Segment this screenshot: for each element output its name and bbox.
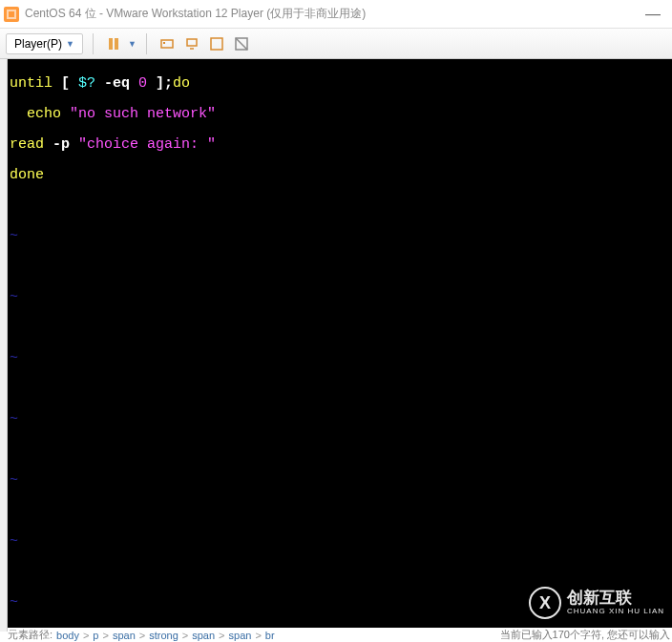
pause-icon[interactable] [103,33,124,54]
empty-line [10,259,672,275]
chevron-down-icon[interactable]: ▼ [128,39,136,49]
empty-line [10,504,672,519]
svg-rect-5 [163,42,165,44]
send-ctrl-alt-del-icon[interactable] [157,33,178,54]
svg-rect-7 [211,38,222,50]
breadcrumb-item[interactable]: p [93,630,98,641]
breadcrumb-item[interactable]: strong [149,630,178,641]
vim-tilde: ~ [10,351,672,366]
breadcrumb: 元素路径: body > p > span > strong > span > … [8,628,275,642]
terminal-view[interactable]: until [ $? -eq 0 ];do echo "no such netw… [8,59,672,628]
svg-rect-1 [9,11,14,17]
chevron-down-icon: ▼ [66,39,74,49]
code-line: done [10,168,672,183]
svg-line-9 [236,38,247,50]
minimize-button[interactable]: — [634,6,672,23]
breadcrumb-prefix: 元素路径: [8,628,52,642]
breadcrumb-item[interactable]: span [229,630,252,641]
window-title: CentOS 64 位 - VMware Workstation 12 Play… [25,6,366,22]
empty-line [10,443,672,458]
code-line: echo "no such network" [10,107,672,122]
empty-line [10,321,672,336]
unity-mode-icon[interactable] [231,33,252,54]
watermark-logo-icon: X [529,587,561,619]
code-line: read -p "choice again: " [10,137,672,153]
svg-rect-4 [161,40,173,48]
toolbar-separator [146,33,147,54]
empty-line [10,382,672,397]
toolbar: Player(P) ▼ ▼ [0,29,672,59]
svg-rect-6 [187,39,197,46]
vim-tilde: ~ [10,473,672,488]
left-panel-edge [0,59,8,632]
fullscreen-icon[interactable] [206,33,227,54]
empty-line [10,565,672,580]
window-titlebar: CentOS 64 位 - VMware Workstation 12 Play… [0,0,672,29]
svg-rect-2 [109,38,113,50]
toolbar-separator [93,33,94,54]
status-text: 当前已输入170个字符, 您还可以输入 [500,628,670,642]
vim-tilde: ~ [10,229,672,244]
watermark-subtitle: CHUANG XIN HU LIAN [567,608,664,616]
code-line: until [ $? -eq 0 ];do [10,76,672,92]
svg-rect-3 [115,38,118,50]
breadcrumb-item[interactable]: span [192,630,215,641]
breadcrumb-item[interactable]: span [113,630,136,641]
player-menu-button[interactable]: Player(P) ▼ [6,33,83,54]
vim-tilde: ~ [10,290,672,305]
breadcrumb-item[interactable]: br [265,630,275,641]
vim-tilde: ~ [10,412,672,427]
vmware-player-icon [4,7,19,22]
empty-line [10,198,672,214]
player-menu-label: Player(P) [14,37,62,51]
watermark-title: 创新互联 [567,590,664,608]
watermark: X 创新互联 CHUANG XIN HU LIAN [529,587,664,619]
breadcrumb-item[interactable]: body [56,630,79,641]
device-icon[interactable] [181,33,202,54]
vim-tilde: ~ [10,534,672,549]
